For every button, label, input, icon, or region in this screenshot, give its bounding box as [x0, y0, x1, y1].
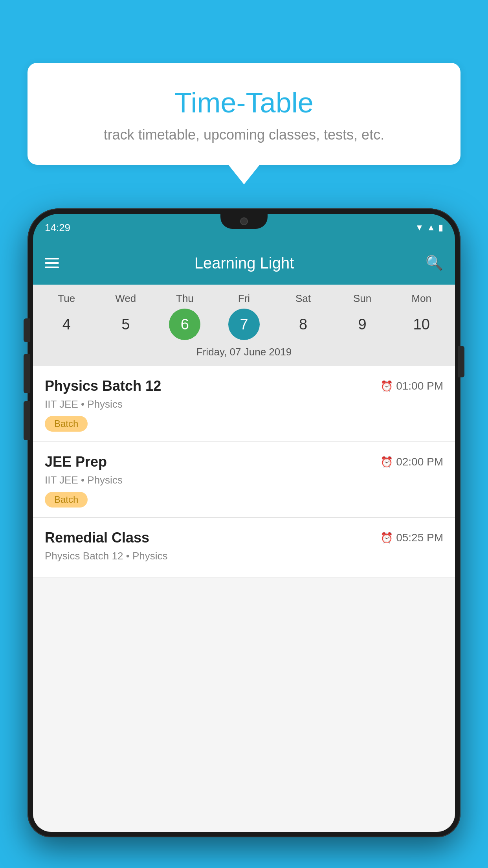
schedule-item-1-time-text: 01:00 PM	[396, 380, 443, 392]
clock-icon-1: ⏰	[380, 380, 393, 392]
schedule-item-2-time-text: 02:00 PM	[396, 456, 443, 468]
batch-badge-1: Batch	[45, 416, 88, 432]
day-10[interactable]: 10	[406, 309, 437, 340]
day-header-tue: Tue	[43, 292, 90, 305]
selected-date-label: Friday, 07 June 2019	[37, 346, 451, 362]
speech-bubble-arrow	[228, 165, 260, 184]
app-bar: Learning Light 🔍	[33, 241, 455, 285]
schedule-item-1-subtitle: IIT JEE • Physics	[45, 398, 443, 410]
schedule-item-3-header: Remedial Class ⏰ 05:25 PM	[45, 530, 443, 546]
speech-bubble: Time-Table track timetable, upcoming cla…	[28, 63, 460, 165]
mute-button[interactable]	[24, 318, 30, 342]
phone-notch	[220, 214, 268, 229]
day-9[interactable]: 9	[347, 309, 378, 340]
clock-icon-2: ⏰	[380, 456, 393, 468]
menu-button[interactable]	[45, 258, 59, 268]
schedule-item-2-header: JEE Prep ⏰ 02:00 PM	[45, 454, 443, 470]
day-header-sun: Sun	[339, 292, 386, 305]
day-header-fri: Fri	[220, 292, 268, 305]
phone-outer: 14:29 ▼ ▲ ▮ Learning Light 🔍	[28, 208, 460, 837]
schedule-item-1-time: ⏰ 01:00 PM	[380, 380, 443, 392]
status-time: 14:29	[45, 222, 70, 234]
schedule-item-3[interactable]: Remedial Class ⏰ 05:25 PM Physics Batch …	[33, 518, 455, 578]
calendar-strip: Tue Wed Thu Fri Sat Sun Mon 4 5 6 7 8 9 …	[33, 285, 455, 366]
day-6-today[interactable]: 6	[169, 309, 200, 340]
schedule-item-2-subtitle: IIT JEE • Physics	[45, 474, 443, 486]
front-camera	[240, 217, 248, 225]
power-button[interactable]	[458, 346, 464, 377]
speech-bubble-container: Time-Table track timetable, upcoming cla…	[28, 63, 460, 184]
day-4[interactable]: 4	[51, 309, 82, 340]
day-8[interactable]: 8	[288, 309, 319, 340]
schedule-item-3-subtitle: Physics Batch 12 • Physics	[45, 550, 443, 562]
phone-frame: 14:29 ▼ ▲ ▮ Learning Light 🔍	[28, 208, 460, 868]
status-bar: 14:29 ▼ ▲ ▮	[33, 214, 455, 241]
clock-icon-3: ⏰	[380, 532, 393, 544]
speech-bubble-subtitle: track timetable, upcoming classes, tests…	[51, 127, 437, 143]
volume-up-button[interactable]	[24, 354, 30, 393]
schedule-item-3-title: Remedial Class	[45, 530, 149, 546]
speech-bubble-title: Time-Table	[51, 86, 437, 119]
phone-screen: Learning Light 🔍 Tue Wed Thu Fri Sat Sun…	[33, 241, 455, 832]
day-header-thu: Thu	[161, 292, 208, 305]
day-header-wed: Wed	[102, 292, 149, 305]
schedule-list: Physics Batch 12 ⏰ 01:00 PM IIT JEE • Ph…	[33, 366, 455, 578]
battery-icon: ▮	[438, 223, 443, 233]
app-bar-title: Learning Light	[75, 254, 414, 272]
schedule-item-2[interactable]: JEE Prep ⏰ 02:00 PM IIT JEE • Physics Ba…	[33, 442, 455, 518]
schedule-item-1[interactable]: Physics Batch 12 ⏰ 01:00 PM IIT JEE • Ph…	[33, 366, 455, 442]
search-button[interactable]: 🔍	[426, 255, 443, 271]
schedule-item-3-time-text: 05:25 PM	[396, 531, 443, 544]
day-headers: Tue Wed Thu Fri Sat Sun Mon	[37, 292, 451, 305]
day-header-sat: Sat	[280, 292, 327, 305]
volume-down-button[interactable]	[24, 401, 30, 440]
schedule-item-2-time: ⏰ 02:00 PM	[380, 456, 443, 468]
day-5[interactable]: 5	[110, 309, 141, 340]
batch-badge-2: Batch	[45, 492, 88, 508]
day-7-selected[interactable]: 7	[228, 309, 260, 340]
schedule-item-2-title: JEE Prep	[45, 454, 107, 470]
wifi-icon: ▼	[415, 223, 424, 233]
schedule-item-1-header: Physics Batch 12 ⏰ 01:00 PM	[45, 378, 443, 394]
schedule-item-1-title: Physics Batch 12	[45, 378, 161, 394]
status-icons: ▼ ▲ ▮	[415, 223, 443, 233]
day-numbers: 4 5 6 7 8 9 10	[37, 309, 451, 340]
schedule-item-3-time: ⏰ 05:25 PM	[380, 531, 443, 544]
signal-icon: ▲	[427, 223, 435, 233]
day-header-mon: Mon	[398, 292, 445, 305]
